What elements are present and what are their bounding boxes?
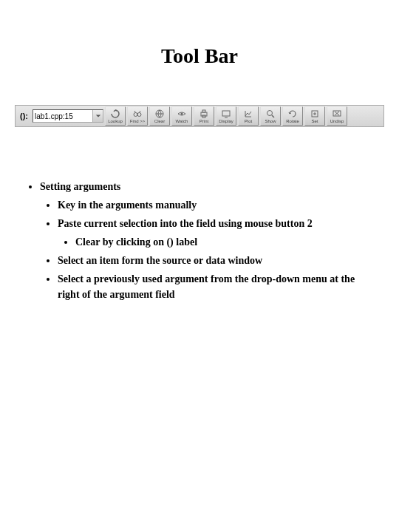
- page-title: Tool Bar: [22, 44, 377, 68]
- svg-point-1: [137, 112, 141, 116]
- button-label: Show: [265, 119, 276, 123]
- display-button[interactable]: Display: [216, 106, 236, 126]
- globe-icon: [155, 109, 164, 118]
- svg-point-0: [134, 112, 137, 116]
- button-label: Set: [311, 119, 318, 123]
- button-label: Lookup: [108, 119, 123, 123]
- set-button[interactable]: Set: [304, 106, 325, 126]
- content: Setting arguments Key in the arguments m…: [22, 179, 377, 302]
- toolbar: (): Lookup Find >> Clear: [15, 105, 384, 127]
- content-heading: Setting arguments: [40, 179, 377, 194]
- lookup-button[interactable]: Lookup: [105, 106, 126, 126]
- list-item: Select a previously used argument from t…: [58, 271, 377, 302]
- paren-label[interactable]: ():: [17, 112, 31, 120]
- svg-rect-7: [222, 111, 230, 116]
- rotate-icon: [111, 109, 120, 118]
- undisp-icon: [332, 109, 341, 118]
- watch-button[interactable]: Watch: [171, 106, 192, 126]
- button-label: Print: [200, 119, 208, 123]
- set-icon: [310, 109, 319, 118]
- clear-button[interactable]: Clear: [149, 106, 170, 126]
- plot-icon: [244, 109, 253, 118]
- rotate2-icon: [288, 109, 297, 118]
- chevron-down-icon: [95, 113, 101, 119]
- button-label: Plot: [245, 119, 252, 123]
- svg-point-3: [181, 112, 183, 115]
- svg-rect-5: [202, 110, 205, 112]
- argument-field[interactable]: [33, 110, 92, 122]
- argument-field-wrap: [33, 109, 103, 123]
- magnify-icon: [266, 109, 275, 118]
- list-subitem: Clear by clicking on () label: [75, 234, 377, 250]
- button-label: Display: [219, 119, 233, 123]
- button-label: Watch: [176, 119, 188, 123]
- show-button[interactable]: Show: [260, 106, 281, 126]
- print-button[interactable]: Print: [194, 106, 214, 126]
- find-button[interactable]: Find >>: [127, 106, 148, 126]
- list-item: Paste current selection into the field u…: [58, 216, 377, 250]
- undisp-button[interactable]: Undisp: [327, 106, 347, 126]
- button-label: Rotate: [286, 119, 299, 123]
- binoculars-icon: [133, 109, 142, 118]
- eye-icon: [177, 109, 186, 118]
- plot-button[interactable]: Plot: [238, 106, 259, 126]
- list-item-text: Paste current selection into the field u…: [58, 218, 313, 229]
- list-item: Select an item form the source or data w…: [58, 253, 377, 268]
- display-icon: [222, 109, 231, 118]
- button-label: Find >>: [130, 119, 145, 123]
- argument-dropdown[interactable]: [92, 110, 103, 122]
- rotate-button[interactable]: Rotate: [282, 106, 303, 126]
- list-item: Key in the arguments manually: [58, 197, 377, 213]
- svg-point-8: [267, 110, 273, 115]
- button-label: Clear: [154, 119, 165, 123]
- printer-icon: [200, 109, 208, 118]
- button-label: Undisp: [330, 119, 344, 123]
